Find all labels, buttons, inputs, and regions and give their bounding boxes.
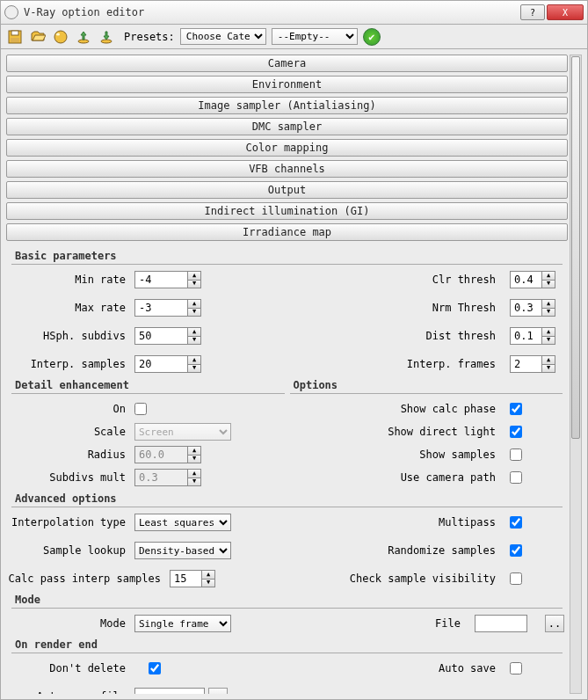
interp-samples-spinner[interactable]: ▲▼	[134, 355, 201, 373]
help-button[interactable]: ?	[520, 4, 545, 20]
mode-group: Mode Mode Single frame File ..	[11, 594, 563, 635]
interp-type-label: Interpolation type	[11, 516, 134, 529]
use-camera-path-checkbox[interactable]	[510, 471, 522, 484]
interp-frames-label: Interp. frames	[290, 358, 505, 370]
accordion-irradiance-map[interactable]: Irradiance map	[6, 223, 568, 241]
randomize-samples-label: Randomize samples	[290, 544, 505, 557]
mode-file-browse-button[interactable]: ..	[545, 615, 564, 632]
min-rate-label: Min rate	[11, 273, 134, 286]
show-samples-checkbox[interactable]	[510, 448, 522, 461]
interp-frames-spinner[interactable]: ▲▼	[510, 355, 555, 373]
accordion-image-sampler[interactable]: Image sampler (Antialiasing)	[6, 97, 568, 114]
mode-legend: Mode	[11, 594, 563, 606]
window-title: V-Ray option editor	[24, 6, 519, 18]
min-rate-spinner[interactable]: ▲▼	[134, 271, 201, 288]
toolbar: Presets: Choose Catego --Empty-- ✔	[0, 25, 588, 49]
save-icon[interactable]	[6, 28, 24, 46]
apply-preset-icon[interactable]: ✔	[363, 28, 381, 46]
mode-label: Mode	[11, 617, 134, 630]
detail-radius-label: Radius	[11, 448, 134, 461]
presets-label: Presets:	[124, 31, 175, 43]
auto-save-file-field[interactable]	[134, 688, 205, 694]
on-render-end-group: On render end Don't delete Auto save Aut…	[11, 638, 563, 694]
show-calc-phase-checkbox[interactable]	[510, 403, 522, 415]
accordion-color-mapping[interactable]: Color mapping	[6, 139, 568, 157]
auto-save-label: Auto save	[290, 662, 505, 674]
sample-lookup-select[interactable]: Density-based	[134, 542, 231, 559]
hsph-subdivs-label: HSph. subdivs	[11, 330, 134, 342]
detail-scale-select[interactable]: Screen	[134, 423, 231, 441]
show-direct-light-checkbox[interactable]	[510, 426, 522, 438]
max-rate-spinner[interactable]: ▲▼	[134, 299, 201, 317]
accordion-environment[interactable]: Environment	[6, 76, 568, 93]
dist-thresh-label: Dist thresh	[290, 330, 505, 342]
randomize-samples-checkbox[interactable]	[510, 544, 522, 557]
sample-lookup-label: Sample lookup	[11, 544, 134, 557]
detail-radius-spinner[interactable]: ▲▼	[134, 446, 201, 463]
presets-category-select[interactable]: Choose Catego	[180, 28, 266, 45]
presets-value-select[interactable]: --Empty--	[272, 28, 358, 45]
svg-point-5	[78, 40, 89, 43]
app-icon	[4, 5, 18, 19]
show-direct-light-label: Show direct light	[290, 426, 505, 438]
detail-on-label: On	[11, 403, 134, 415]
sphere-icon[interactable]	[52, 28, 69, 46]
mode-select[interactable]: Single frame	[134, 615, 231, 632]
nrm-thresh-spinner[interactable]: ▲▼	[510, 299, 555, 317]
irradiance-map-panel: Basic parameters Min rate ▲▼ Clr thresh …	[6, 244, 568, 694]
dont-delete-label: Don't delete	[11, 662, 134, 674]
detail-enhancement-legend: Detail enhancement	[11, 379, 285, 391]
detail-subdivs-spinner[interactable]: ▲▼	[134, 469, 201, 486]
on-render-end-legend: On render end	[11, 638, 563, 651]
auto-save-checkbox[interactable]	[510, 662, 522, 674]
open-icon[interactable]	[29, 28, 47, 46]
nrm-thresh-label: Nrm Thresh	[290, 302, 505, 314]
auto-save-file-browse-button[interactable]: ..	[208, 688, 228, 694]
accordion-indirect-illumination[interactable]: Indirect illumination (GI)	[6, 202, 568, 220]
advanced-options-legend: Advanced options	[11, 492, 563, 505]
svg-point-4	[56, 33, 60, 35]
options-legend: Options	[290, 379, 563, 391]
options-group: Options Show calc phase Show direct ligh…	[290, 379, 563, 489]
check-sample-visibility-checkbox[interactable]	[510, 572, 522, 585]
clr-thresh-label: Clr thresh	[290, 273, 505, 286]
close-button[interactable]: X	[547, 4, 584, 20]
clr-thresh-spinner[interactable]: ▲▼	[510, 271, 555, 288]
detail-subdivs-label: Subdivs mult	[11, 471, 134, 484]
basic-parameters-group: Basic parameters Min rate ▲▼ Clr thresh …	[11, 250, 563, 376]
svg-rect-2	[11, 38, 19, 42]
dont-delete-checkbox[interactable]	[149, 662, 161, 674]
calc-pass-interp-spinner[interactable]: ▲▼	[170, 570, 215, 587]
hsph-subdivs-spinner[interactable]: ▲▼	[134, 327, 201, 345]
mode-file-label: File	[290, 617, 470, 630]
pedestal-down-icon[interactable]	[98, 28, 115, 46]
advanced-options-group: Advanced options Interpolation type Leas…	[11, 492, 563, 590]
options-scroll-area: Camera Environment Image sampler (Antial…	[6, 55, 568, 694]
calc-pass-interp-label: Calc pass interp samples	[11, 572, 170, 585]
detail-on-checkbox[interactable]	[134, 403, 147, 415]
interp-type-select[interactable]: Least squares	[134, 514, 231, 531]
max-rate-label: Max rate	[11, 302, 134, 314]
mode-file-field[interactable]	[475, 615, 527, 632]
dist-thresh-spinner[interactable]: ▲▼	[510, 327, 555, 345]
svg-point-3	[54, 31, 67, 43]
vertical-scrollbar[interactable]	[570, 55, 582, 694]
use-camera-path-label: Use camera path	[290, 471, 505, 484]
accordion-output[interactable]: Output	[6, 181, 568, 199]
show-calc-phase-label: Show calc phase	[290, 403, 505, 415]
basic-parameters-legend: Basic parameters	[11, 250, 563, 262]
accordion-dmc-sampler[interactable]: DMC sampler	[6, 118, 568, 135]
accordion-vfb-channels[interactable]: VFB channels	[6, 160, 568, 178]
spinner-down-icon[interactable]: ▼	[187, 280, 201, 289]
detail-enhancement-group: Detail enhancement On Scale Screen Radiu…	[11, 379, 285, 489]
show-samples-label: Show samples	[290, 448, 505, 461]
multipass-checkbox[interactable]	[510, 516, 522, 529]
title-bar: V-Ray option editor ? X	[0, 0, 588, 25]
spinner-up-icon[interactable]: ▲	[187, 271, 201, 280]
multipass-label: Multipass	[290, 516, 505, 529]
accordion-camera[interactable]: Camera	[6, 55, 568, 72]
auto-save-file-label: Auto save file	[11, 690, 134, 694]
pedestal-up-icon[interactable]	[75, 28, 92, 46]
scrollbar-thumb[interactable]	[571, 56, 580, 439]
svg-rect-1	[11, 31, 18, 35]
